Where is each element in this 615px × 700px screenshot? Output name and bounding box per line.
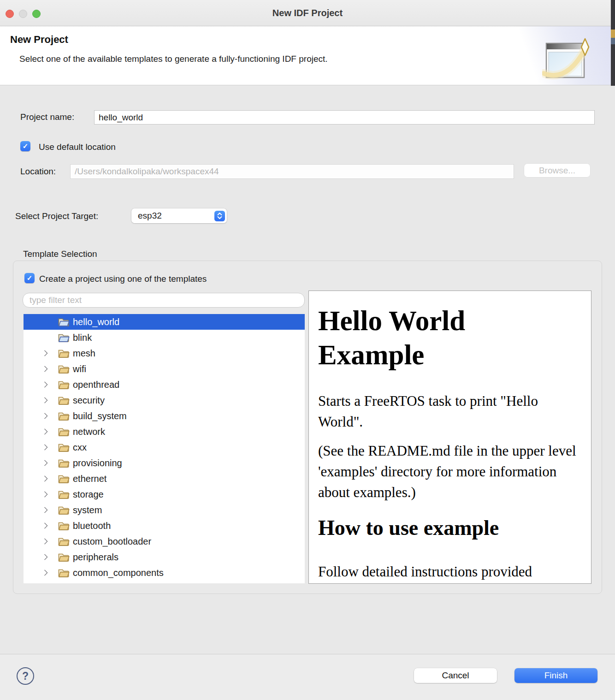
tree-item-label: cxx	[73, 442, 87, 453]
open-folder-icon	[58, 396, 70, 405]
title-bar: New IDF Project	[0, 0, 615, 26]
tree-item-label: peripherals	[73, 552, 118, 563]
cancel-button[interactable]: Cancel	[414, 668, 497, 683]
project-name-label: Project name:	[20, 112, 74, 122]
open-folder-icon	[58, 427, 70, 437]
open-folder-icon	[58, 411, 70, 421]
tree-item-label: custom_bootloader	[73, 536, 151, 547]
open-folder-icon	[58, 380, 70, 390]
open-folder-icon	[58, 317, 70, 327]
expand-chevron-icon[interactable]	[42, 539, 48, 544]
expand-chevron-icon[interactable]	[42, 398, 48, 403]
checkmark-icon: ✓	[23, 142, 29, 150]
template-tree-item[interactable]: custom_bootloader	[24, 534, 305, 549]
open-folder-icon	[58, 458, 70, 468]
template-filter-input[interactable]	[23, 293, 305, 308]
template-tree-item[interactable]: common_components	[24, 565, 305, 581]
tree-item-label: security	[73, 395, 105, 406]
template-tree-item[interactable]: system	[24, 502, 305, 518]
template-selection-group: ✓ Create a project using one of the temp…	[13, 261, 602, 594]
template-tree-item[interactable]: security	[24, 392, 305, 408]
readme-paragraph: Follow detailed instructions provided sp…	[318, 562, 582, 584]
expand-chevron-icon[interactable]	[42, 570, 48, 575]
template-tree-item[interactable]: hello_world	[24, 314, 305, 330]
help-button[interactable]: ?	[17, 667, 34, 685]
open-folder-icon	[58, 552, 70, 562]
expand-chevron-icon[interactable]	[42, 492, 48, 497]
tree-item-label: wifi	[73, 364, 86, 374]
readme-heading: Hello World Example	[318, 304, 549, 373]
checkmark-icon: ✓	[27, 274, 33, 282]
new-wizard-window-sparkle-icon	[542, 36, 597, 86]
template-tree-item[interactable]: provisioning	[24, 455, 305, 471]
expand-chevron-icon[interactable]	[42, 508, 48, 512]
tree-item-label: common_components	[73, 568, 164, 578]
finish-button[interactable]: Finish	[514, 668, 597, 683]
tree-item-label: network	[73, 427, 105, 437]
open-folder-icon	[58, 364, 70, 374]
open-folder-icon	[58, 521, 70, 531]
expand-chevron-icon[interactable]	[42, 476, 48, 481]
readme-subheading: How to use example	[318, 515, 582, 540]
use-default-location-label: Use default location	[39, 142, 116, 152]
question-mark-icon: ?	[22, 670, 29, 682]
tree-item-label: build_system	[73, 411, 127, 421]
tree-item-label: storage	[73, 489, 104, 500]
template-tree-item[interactable]: wifi	[24, 361, 305, 377]
stepper-chevrons-icon	[214, 211, 225, 221]
tree-item-label: system	[73, 505, 102, 516]
expand-chevron-icon[interactable]	[42, 429, 48, 434]
template-tree-item[interactable]	[24, 581, 305, 583]
window-title: New IDF Project	[0, 0, 615, 26]
project-target-select[interactable]: esp32	[131, 208, 227, 223]
readme-paragraph: (See the README.md file in the upper lev…	[318, 441, 582, 503]
tree-item-label: provisioning	[73, 458, 122, 469]
template-tree-item[interactable]: peripherals	[24, 549, 305, 565]
open-folder-icon	[58, 568, 70, 578]
open-folder-icon	[58, 349, 70, 358]
project-name-input[interactable]	[94, 110, 595, 125]
template-tree-item[interactable]: cxx	[24, 439, 305, 455]
tree-item-label: bluetooth	[73, 521, 111, 531]
expand-chevron-icon[interactable]	[42, 414, 48, 418]
page-title: New Project	[10, 34, 68, 46]
open-folder-icon	[58, 333, 70, 343]
location-input	[70, 164, 514, 179]
use-default-location-checkbox[interactable]: ✓	[20, 141, 30, 151]
open-folder-icon	[58, 490, 70, 499]
open-folder-icon	[58, 443, 70, 452]
expand-chevron-icon[interactable]	[42, 461, 48, 465]
tree-item-label: openthread	[73, 380, 119, 390]
expand-chevron-icon[interactable]	[42, 445, 48, 450]
tree-item-label: mesh	[73, 348, 95, 359]
tree-item-label: hello_world	[73, 317, 119, 327]
location-label: Location:	[20, 166, 56, 177]
expand-chevron-icon[interactable]	[42, 367, 48, 371]
wizard-header: New Project Select one of the available …	[0, 26, 615, 85]
expand-chevron-icon[interactable]	[42, 382, 48, 387]
template-tree-item[interactable]: openthread	[24, 377, 305, 392]
template-tree-item[interactable]: network	[24, 424, 305, 439]
desktop-background-sliver	[611, 0, 615, 86]
expand-chevron-icon[interactable]	[42, 555, 48, 559]
button-bar: ? Cancel Finish	[0, 654, 615, 700]
browse-button[interactable]: Browse...	[524, 164, 590, 177]
use-templates-checkbox[interactable]: ✓	[24, 273, 35, 283]
expand-chevron-icon[interactable]	[42, 523, 48, 528]
open-folder-icon	[58, 474, 70, 484]
template-readme-preview: Hello World Example Starts a FreeRTOS ta…	[308, 291, 591, 584]
expand-chevron-icon[interactable]	[42, 351, 48, 356]
template-tree-item[interactable]: ethernet	[24, 471, 305, 486]
open-folder-icon	[58, 505, 70, 515]
use-templates-label: Create a project using one of the templa…	[39, 274, 207, 284]
project-target-value: esp32	[131, 211, 214, 221]
template-tree-item[interactable]: storage	[24, 486, 305, 502]
template-tree-item[interactable]: bluetooth	[24, 518, 305, 534]
template-tree-item[interactable]: build_system	[24, 408, 305, 424]
template-tree-item[interactable]: mesh	[24, 345, 305, 361]
page-subtitle: Select one of the available templates to…	[19, 54, 328, 64]
readme-paragraph: Starts a FreeRTOS task to print "Hello W…	[318, 391, 582, 433]
open-folder-icon	[58, 537, 70, 546]
template-tree[interactable]: hello_world blink mesh wifi openthread	[24, 314, 305, 583]
template-tree-item[interactable]: blink	[24, 330, 305, 345]
